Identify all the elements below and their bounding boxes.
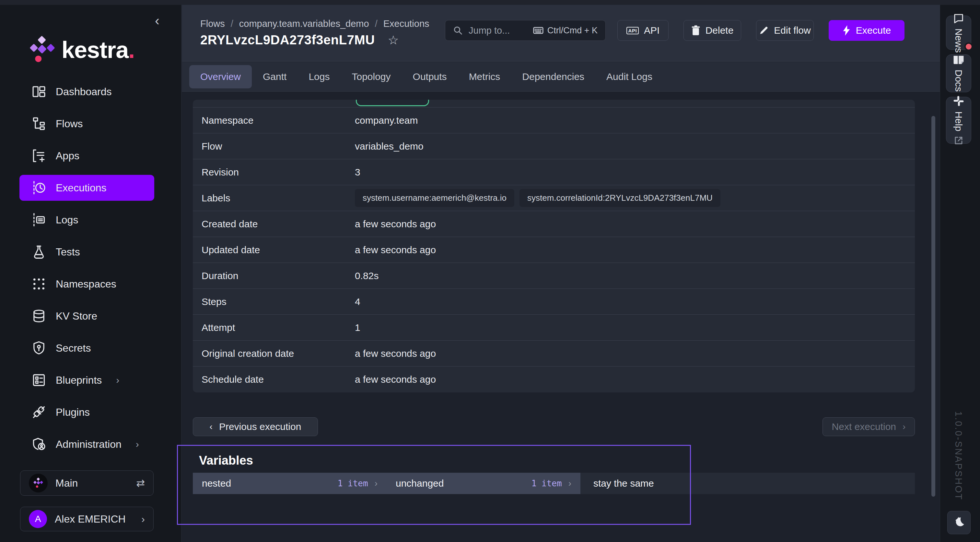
row-value: 3 <box>355 167 360 178</box>
row-value: 1 <box>355 322 360 333</box>
previous-execution-button[interactable]: ‹ Previous execution <box>193 417 318 436</box>
right-rail: News Docs Help 1.0.0-SNAPSHOT <box>940 5 980 542</box>
row-value: a few seconds ago <box>355 348 436 359</box>
variable-crumb-nested[interactable]: nested 1 item › <box>193 473 387 494</box>
breadcrumb-flows[interactable]: Flows <box>200 19 225 29</box>
sidebar-item-tests[interactable]: Tests <box>19 239 154 265</box>
tab-overview[interactable]: Overview <box>189 65 252 89</box>
tab-topology[interactable]: Topology <box>340 65 401 89</box>
variables-path: nested 1 item › unchanged 1 item › <box>193 473 581 494</box>
overview-content: Namespacecompany.team Flowvariables_demo… <box>182 92 940 542</box>
main-area: Flows / company.team.variables_demo / Ex… <box>182 5 940 542</box>
execution-details-table: Namespacecompany.team Flowvariables_demo… <box>193 100 915 392</box>
news-icon <box>953 13 964 24</box>
search-placeholder: Jump to... <box>469 25 527 36</box>
blueprints-icon <box>32 373 46 387</box>
sidebar-item-flows[interactable]: Flows <box>19 111 154 136</box>
sidebar-item-dashboards[interactable]: Dashboards <box>19 79 154 105</box>
delete-button[interactable]: Delete <box>684 20 741 41</box>
chevron-right-icon: › <box>902 422 905 432</box>
row-value: company.team <box>355 115 418 126</box>
sidebar-item-kv-store[interactable]: KV Store <box>19 303 154 329</box>
docs-button[interactable]: Docs <box>946 54 971 92</box>
next-execution-button[interactable]: Next execution › <box>822 417 915 436</box>
table-row: Attempt1 <box>193 315 915 341</box>
tenant-selector[interactable]: Main ⇄ <box>20 471 154 496</box>
row-label: Attempt <box>193 322 355 333</box>
chevron-right-icon: › <box>375 478 377 488</box>
sidebar-item-label: Logs <box>56 214 78 226</box>
news-button[interactable]: News <box>946 16 971 50</box>
notification-dot <box>964 43 973 51</box>
lightning-icon <box>842 25 851 36</box>
sidebar-item-logs[interactable]: Logs <box>19 207 154 233</box>
external-link-icon <box>954 136 964 145</box>
table-row: Flowvariables_demo <box>193 133 915 159</box>
sidebar-item-blueprints[interactable]: Blueprints › <box>19 367 154 393</box>
dashboards-icon <box>32 84 46 99</box>
tab-audit-logs[interactable]: Audit Logs <box>595 65 663 89</box>
variable-crumb-unchanged[interactable]: unchanged 1 item › <box>387 473 581 494</box>
sidebar-item-executions[interactable]: Executions <box>19 175 154 201</box>
label-chip[interactable]: system.username:aemerich@kestra.io <box>355 189 514 207</box>
help-button[interactable]: Help <box>946 97 971 144</box>
row-label: Steps <box>193 296 355 307</box>
trash-icon <box>691 25 700 36</box>
edit-flow-button[interactable]: Edit flow <box>756 20 814 41</box>
search-input[interactable]: Jump to... Ctrl/Cmd + K <box>445 20 606 41</box>
user-menu[interactable]: A Alex EMERICH › <box>20 507 154 531</box>
breadcrumb-executions[interactable]: Executions <box>383 19 430 29</box>
tab-outputs[interactable]: Outputs <box>402 65 458 89</box>
row-label: Updated date <box>193 244 355 255</box>
tab-gantt[interactable]: Gantt <box>252 65 298 89</box>
execute-button[interactable]: Execute <box>829 20 905 41</box>
tab-metrics[interactable]: Metrics <box>458 65 511 89</box>
sidebar-item-namespaces[interactable]: Namespaces <box>19 271 154 297</box>
chevron-right-icon: › <box>568 478 571 488</box>
tab-logs[interactable]: Logs <box>298 65 340 89</box>
row-value: variables_demo <box>355 141 423 152</box>
row-label: Flow <box>193 141 355 152</box>
table-row: Schedule datea few seconds ago <box>193 366 915 392</box>
table-row-clipped <box>193 100 915 108</box>
variable-value-cell: stay the same <box>581 473 915 494</box>
row-value: 0.82s <box>355 270 379 281</box>
variables-section-title: Variables <box>199 453 253 468</box>
status-badge-clipped <box>356 100 429 106</box>
variable-value: stay the same <box>593 478 654 489</box>
table-row: Original creation datea few seconds ago <box>193 341 915 366</box>
table-row: Revision3 <box>193 159 915 185</box>
avatar: A <box>29 510 47 528</box>
kestra-logo[interactable]: kestra. <box>28 36 135 64</box>
breadcrumb-separator: / <box>375 19 377 29</box>
version-label: 1.0.0-SNAPSHOT <box>953 411 964 501</box>
breadcrumb-separator: / <box>231 19 233 29</box>
sidebar-item-plugins[interactable]: Plugins <box>19 399 154 425</box>
sidebar-item-secrets[interactable]: Secrets <box>19 335 154 361</box>
sidebar-item-label: KV Store <box>56 310 97 322</box>
tab-dependencies[interactable]: Dependencies <box>511 65 595 89</box>
row-label: Duration <box>193 270 355 281</box>
theme-toggle-button[interactable] <box>947 511 970 534</box>
tenant-switch-icon[interactable]: ⇄ <box>136 477 145 489</box>
row-label: Revision <box>193 167 355 178</box>
table-row: Updated datea few seconds ago <box>193 237 915 263</box>
sidebar-collapse-icon[interactable]: ‹ <box>155 14 159 27</box>
chevron-right-icon: › <box>136 439 139 450</box>
sidebar-item-label: Apps <box>56 150 80 162</box>
star-icon[interactable]: ☆ <box>388 33 399 47</box>
api-button[interactable]: API API <box>617 20 668 41</box>
vertical-scrollbar[interactable] <box>931 116 935 497</box>
row-label: Labels <box>193 193 355 204</box>
docs-icon <box>953 55 964 65</box>
table-row: Duration0.82s <box>193 263 915 289</box>
sidebar-item-apps[interactable]: Apps <box>19 143 154 169</box>
sidebar-nav: Dashboards Flows Apps Executions Logs Te… <box>19 79 154 463</box>
sidebar-item-label: Dashboards <box>56 86 112 98</box>
row-label: Created date <box>193 219 355 230</box>
label-chip[interactable]: system.correlationId:2RYLvzcL9DA273f3enL… <box>520 189 721 207</box>
keyboard-icon <box>533 27 544 34</box>
breadcrumb-namespace-flow[interactable]: company.team.variables_demo <box>239 19 369 29</box>
sidebar-item-administration[interactable]: Administration › <box>19 431 154 457</box>
flows-icon <box>32 117 46 131</box>
